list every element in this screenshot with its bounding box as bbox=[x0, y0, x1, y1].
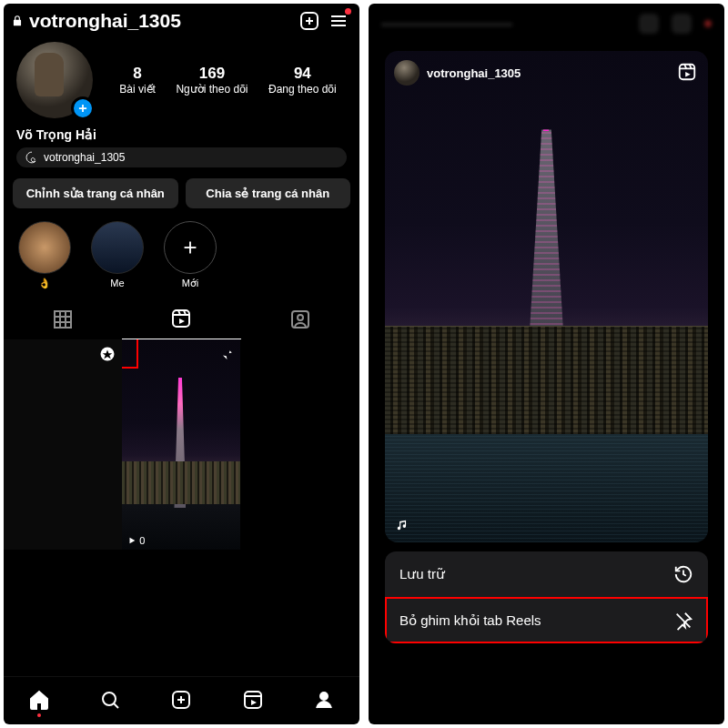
highlight-new[interactable]: Mới bbox=[162, 221, 218, 289]
svg-marker-24 bbox=[130, 538, 136, 544]
sheet-archive-label: Lưu trữ bbox=[399, 566, 445, 582]
display-name: Võ Trọng Hải bbox=[4, 120, 359, 146]
avatar[interactable] bbox=[394, 60, 420, 86]
reels-icon bbox=[677, 62, 699, 84]
svg-rect-30 bbox=[245, 692, 261, 708]
stat-followers[interactable]: 169 Người theo dõi bbox=[176, 65, 248, 96]
notification-dot bbox=[345, 8, 351, 15]
nav-profile[interactable] bbox=[312, 688, 336, 712]
view-count: 0 bbox=[127, 535, 145, 546]
action-sheet: Lưu trữ Bỏ ghim khỏi tab Reels bbox=[385, 551, 708, 643]
reel-card[interactable]: votronghai_1305 bbox=[385, 51, 708, 542]
nav-search[interactable] bbox=[98, 688, 122, 712]
profile-info-row: 8 Bài viết 169 Người theo dõi 94 Đang th… bbox=[4, 38, 359, 120]
notification-dot bbox=[37, 713, 41, 717]
tab-reels[interactable] bbox=[122, 298, 240, 339]
highlight-item[interactable]: 👌 bbox=[16, 221, 73, 289]
lock-icon bbox=[11, 15, 24, 27]
username[interactable]: votronghai_1305 bbox=[29, 10, 292, 32]
reel-thumbnail-empty bbox=[240, 339, 359, 550]
create-post-button[interactable] bbox=[298, 9, 321, 33]
reel-thumbnail[interactable]: 0 bbox=[122, 339, 240, 550]
star-badge-icon bbox=[98, 345, 116, 363]
reel-image bbox=[385, 51, 708, 542]
sheet-unpin-label: Bỏ ghim khỏi tab Reels bbox=[399, 612, 541, 629]
svg-rect-10 bbox=[55, 311, 71, 328]
avatar[interactable] bbox=[16, 42, 93, 118]
stat-posts[interactable]: 8 Bài viết bbox=[119, 65, 156, 96]
svg-marker-19 bbox=[179, 318, 185, 324]
reel-detail-screen: ———————— votronghai_1305 Lưu trữ bbox=[369, 4, 724, 724]
bottom-nav bbox=[4, 676, 359, 724]
threads-link[interactable]: votronghai_1305 bbox=[16, 147, 347, 167]
add-story-badge[interactable] bbox=[71, 96, 95, 120]
reel-header: votronghai_1305 bbox=[394, 60, 699, 86]
stats-row: 8 Bài viết 169 Người theo dõi 94 Đang th… bbox=[109, 65, 347, 96]
svg-line-26 bbox=[114, 703, 118, 708]
sheet-archive[interactable]: Lưu trữ bbox=[385, 551, 708, 597]
profile-action-row: Chỉnh sửa trang cá nhân Chia sẻ trang cá… bbox=[4, 175, 359, 219]
svg-point-21 bbox=[298, 315, 303, 320]
menu-button[interactable] bbox=[327, 9, 350, 33]
tab-grid[interactable] bbox=[4, 298, 122, 339]
svg-point-25 bbox=[103, 693, 116, 705]
history-icon bbox=[673, 564, 693, 584]
share-profile-button[interactable]: Chia sẻ trang cá nhân bbox=[186, 178, 351, 208]
svg-rect-15 bbox=[173, 310, 189, 327]
reel-username[interactable]: votronghai_1305 bbox=[427, 66, 521, 80]
profile-tabs bbox=[4, 298, 359, 339]
pin-icon bbox=[217, 345, 235, 363]
reel-thumbnail[interactable] bbox=[4, 339, 122, 550]
svg-point-33 bbox=[320, 693, 328, 700]
profile-header: votronghai_1305 bbox=[4, 4, 359, 38]
stat-following[interactable]: 94 Đang theo dõi bbox=[268, 65, 337, 96]
highlight-item[interactable]: Me bbox=[89, 221, 146, 289]
tab-tagged[interactable] bbox=[241, 298, 359, 339]
threads-icon bbox=[25, 151, 38, 164]
nav-home[interactable] bbox=[27, 688, 51, 712]
svg-marker-38 bbox=[685, 72, 691, 77]
sheet-unpin[interactable]: Bỏ ghim khỏi tab Reels bbox=[385, 597, 708, 643]
edit-profile-button[interactable]: Chỉnh sửa trang cá nhân bbox=[13, 178, 178, 208]
unpin-icon bbox=[673, 611, 693, 631]
highlights-tray: 👌 Me Mới bbox=[4, 219, 359, 298]
nav-reels[interactable] bbox=[241, 688, 265, 712]
threads-handle: votronghai_1305 bbox=[44, 151, 125, 164]
blurred-header: ———————— bbox=[369, 4, 724, 44]
svg-marker-32 bbox=[251, 700, 257, 705]
music-icon bbox=[396, 519, 410, 533]
reels-grid: 0 bbox=[4, 339, 359, 550]
nav-create[interactable] bbox=[169, 688, 193, 712]
svg-rect-34 bbox=[680, 65, 695, 80]
tutorial-highlight-box bbox=[122, 339, 138, 369]
profile-screen: votronghai_1305 8 Bài viết 169 Người t bbox=[4, 4, 359, 724]
